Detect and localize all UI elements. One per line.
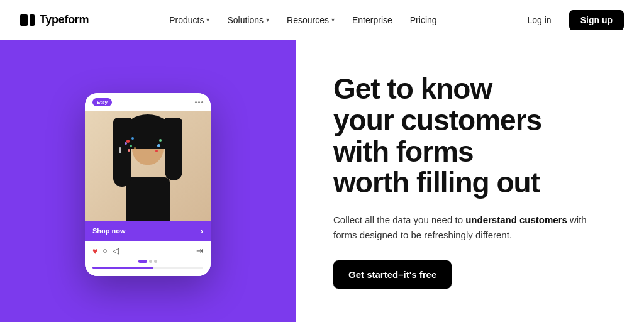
comment-icon: ○ bbox=[103, 246, 108, 255]
shop-label: Shop now bbox=[92, 227, 126, 235]
phone-dot bbox=[195, 101, 197, 103]
chevron-down-icon: ▾ bbox=[331, 16, 335, 23]
carousel-indicators bbox=[92, 260, 203, 263]
phone-image bbox=[85, 111, 211, 221]
shop-arrow-icon: › bbox=[201, 226, 203, 236]
hero-subtext: Collect all the data you need to underst… bbox=[333, 213, 604, 243]
progress-bar-fill bbox=[92, 267, 153, 269]
nav-solutions[interactable]: Solutions ▾ bbox=[221, 11, 275, 29]
action-icons: ♥ ○ ◁ ⇥ bbox=[92, 246, 203, 256]
phone-mockup: Etsy bbox=[85, 93, 211, 276]
hero-right-panel: Get to know your customers with forms wo… bbox=[296, 40, 644, 322]
nav-products[interactable]: Products ▾ bbox=[163, 11, 216, 29]
bookmark-icon: ⇥ bbox=[196, 246, 203, 255]
interaction-bar: ♥ ○ ◁ ⇥ bbox=[85, 241, 211, 276]
header: Typeform Products ▾ Solutions ▾ Resource… bbox=[0, 0, 644, 40]
hero-heading: Get to know your customers with forms wo… bbox=[333, 74, 606, 199]
heart-icon: ♥ bbox=[92, 246, 97, 256]
header-actions: Log in Sign up bbox=[518, 10, 624, 30]
person-silhouette bbox=[110, 114, 186, 221]
phone-badge: Etsy bbox=[92, 98, 112, 106]
indicator-dot bbox=[149, 260, 152, 263]
chevron-down-icon: ▾ bbox=[266, 16, 269, 23]
phone-dot bbox=[198, 101, 200, 103]
logo-icon bbox=[20, 14, 35, 26]
indicator-dot bbox=[154, 260, 157, 263]
logo[interactable]: Typeform bbox=[20, 13, 89, 26]
chevron-down-icon: ▾ bbox=[206, 16, 209, 23]
main-content: Etsy bbox=[0, 40, 644, 322]
phone-top-bar: Etsy bbox=[85, 93, 211, 111]
nav-pricing[interactable]: Pricing bbox=[404, 11, 443, 29]
logo-text: Typeform bbox=[40, 13, 89, 26]
phone-dot bbox=[201, 101, 203, 103]
hero-left-panel: Etsy bbox=[0, 40, 296, 322]
shop-bar: Shop now › bbox=[85, 221, 211, 241]
cta-button[interactable]: Get started–it's free bbox=[333, 260, 452, 289]
login-button[interactable]: Log in bbox=[518, 10, 562, 30]
main-nav: Products ▾ Solutions ▾ Resources ▾ Enter… bbox=[163, 11, 443, 29]
nav-resources[interactable]: Resources ▾ bbox=[280, 11, 341, 29]
phone-dots bbox=[195, 101, 203, 103]
progress-bar bbox=[92, 267, 203, 269]
signup-button[interactable]: Sign up bbox=[569, 10, 624, 30]
indicator-dot-active bbox=[138, 260, 147, 263]
share-icon: ◁ bbox=[113, 246, 119, 255]
nav-enterprise[interactable]: Enterprise bbox=[346, 11, 399, 29]
